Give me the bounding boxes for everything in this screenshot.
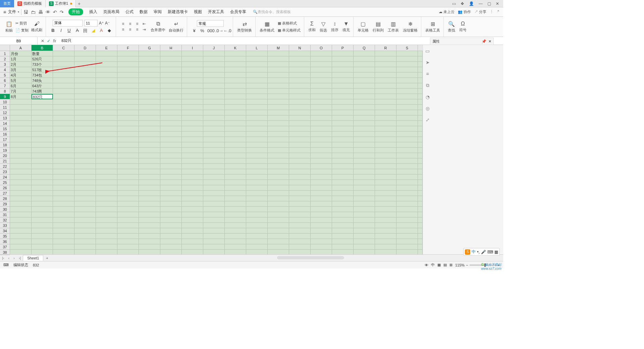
cell-S2[interactable] bbox=[396, 56, 418, 62]
cell-M27[interactable] bbox=[268, 191, 289, 196]
cell-L37[interactable] bbox=[246, 244, 268, 250]
cell-Q5[interactable] bbox=[354, 72, 375, 78]
cell-H26[interactable] bbox=[160, 185, 182, 191]
cell-E1[interactable] bbox=[96, 51, 117, 56]
cell-B14[interactable] bbox=[32, 121, 53, 126]
cell-C19[interactable] bbox=[53, 148, 74, 153]
cell-Q17[interactable] bbox=[354, 137, 375, 142]
cell-A10[interactable] bbox=[10, 99, 32, 105]
ime-skin-icon[interactable]: ▦ bbox=[494, 250, 498, 254]
sheet-tab-1[interactable]: Sheet1 bbox=[23, 255, 43, 261]
cell-O23[interactable] bbox=[311, 169, 332, 174]
cell-S12[interactable] bbox=[396, 110, 418, 115]
cell-A34[interactable] bbox=[10, 228, 32, 234]
cell-B12[interactable] bbox=[32, 110, 53, 115]
cell-I34[interactable] bbox=[182, 228, 203, 234]
cell-H31[interactable] bbox=[160, 212, 182, 217]
cell-K17[interactable] bbox=[225, 137, 246, 142]
sheet-nav-next[interactable]: › bbox=[11, 256, 17, 260]
cell-P15[interactable] bbox=[332, 126, 354, 132]
cell-O3[interactable] bbox=[311, 62, 332, 67]
cell-Q10[interactable] bbox=[354, 99, 375, 105]
cell-rest-21[interactable] bbox=[418, 158, 423, 164]
cell-E17[interactable] bbox=[96, 137, 117, 142]
cell-D28[interactable] bbox=[74, 196, 96, 201]
row-header-17[interactable]: 17 bbox=[0, 137, 10, 142]
cell-I8[interactable] bbox=[182, 89, 203, 94]
cell-D25[interactable] bbox=[74, 180, 96, 185]
tab-review[interactable]: 审阅 bbox=[154, 9, 162, 15]
cell-C26[interactable] bbox=[53, 185, 74, 191]
cell-E32[interactable] bbox=[96, 217, 117, 223]
cell-L21[interactable] bbox=[246, 158, 268, 164]
cell-D19[interactable] bbox=[74, 148, 96, 153]
cell-O9[interactable] bbox=[311, 94, 332, 99]
cell-P32[interactable] bbox=[332, 217, 354, 223]
cell-I28[interactable] bbox=[182, 196, 203, 201]
cell-R11[interactable] bbox=[375, 105, 396, 110]
cell-S32[interactable] bbox=[396, 217, 418, 223]
side-location-icon[interactable]: ◎ bbox=[426, 106, 430, 111]
row-header-36[interactable]: 36 bbox=[0, 239, 10, 244]
cell-B36[interactable] bbox=[32, 239, 53, 244]
cell-K21[interactable] bbox=[225, 158, 246, 164]
cell-Q3[interactable] bbox=[354, 62, 375, 67]
cell-Q6[interactable] bbox=[354, 78, 375, 83]
user-icon[interactable]: 👤 bbox=[468, 1, 475, 7]
cell-H14[interactable] bbox=[160, 121, 182, 126]
cell-rest-32[interactable] bbox=[418, 217, 423, 223]
cell-F28[interactable] bbox=[117, 196, 139, 201]
cell-B2[interactable]: 526只 bbox=[32, 56, 53, 62]
cell-D17[interactable] bbox=[74, 137, 96, 142]
file-menu[interactable]: 文件 bbox=[8, 9, 16, 15]
cell-Q31[interactable] bbox=[354, 212, 375, 217]
filter-icon[interactable]: ▽ bbox=[320, 21, 327, 27]
cell-D8[interactable] bbox=[74, 89, 96, 94]
cell-F5[interactable] bbox=[117, 72, 139, 78]
cell-P13[interactable] bbox=[332, 115, 354, 121]
minimize-icon[interactable]: — bbox=[477, 1, 484, 7]
cell-G38[interactable] bbox=[139, 250, 160, 254]
cell-J29[interactable] bbox=[203, 201, 225, 207]
cell-D20[interactable] bbox=[74, 153, 96, 158]
cell-K35[interactable] bbox=[225, 234, 246, 239]
cell-M25[interactable] bbox=[268, 180, 289, 185]
cell-H3[interactable] bbox=[160, 62, 182, 67]
cell-Q24[interactable] bbox=[354, 174, 375, 180]
cell-D30[interactable] bbox=[74, 207, 96, 212]
cell-E35[interactable] bbox=[96, 234, 117, 239]
border-button[interactable]: 田 bbox=[82, 28, 88, 34]
cell-L11[interactable] bbox=[246, 105, 268, 110]
cell-C30[interactable] bbox=[53, 207, 74, 212]
cell-J16[interactable] bbox=[203, 132, 225, 137]
cell-C35[interactable] bbox=[53, 234, 74, 239]
cell-P37[interactable] bbox=[332, 244, 354, 250]
cell-R7[interactable] bbox=[375, 83, 396, 89]
cell-K6[interactable] bbox=[225, 78, 246, 83]
cell-H4[interactable] bbox=[160, 67, 182, 72]
cell-P2[interactable] bbox=[332, 56, 354, 62]
cell-J3[interactable] bbox=[203, 62, 225, 67]
col-header-S[interactable]: S bbox=[396, 45, 418, 51]
name-box[interactable] bbox=[0, 37, 38, 45]
col-header-C[interactable]: C bbox=[53, 45, 74, 51]
cell-O5[interactable] bbox=[311, 72, 332, 78]
cell-rest-11[interactable] bbox=[418, 105, 423, 110]
cell-C3[interactable] bbox=[53, 62, 74, 67]
cell-C29[interactable] bbox=[53, 201, 74, 207]
cell-G2[interactable] bbox=[139, 56, 160, 62]
cell-K13[interactable] bbox=[225, 115, 246, 121]
tab-dev[interactable]: 开发工具 bbox=[208, 9, 224, 15]
cell-O30[interactable] bbox=[311, 207, 332, 212]
cell-M6[interactable] bbox=[268, 78, 289, 83]
cell-L31[interactable] bbox=[246, 212, 268, 217]
cell-K26[interactable] bbox=[225, 185, 246, 191]
cell-N36[interactable] bbox=[289, 239, 311, 244]
cell-B34[interactable] bbox=[32, 228, 53, 234]
fx-icon[interactable]: fx bbox=[53, 39, 56, 43]
cell-F25[interactable] bbox=[117, 180, 139, 185]
cell-rest-22[interactable] bbox=[418, 164, 423, 169]
cell-R23[interactable] bbox=[375, 169, 396, 174]
cell-R35[interactable] bbox=[375, 234, 396, 239]
cell-F34[interactable] bbox=[117, 228, 139, 234]
